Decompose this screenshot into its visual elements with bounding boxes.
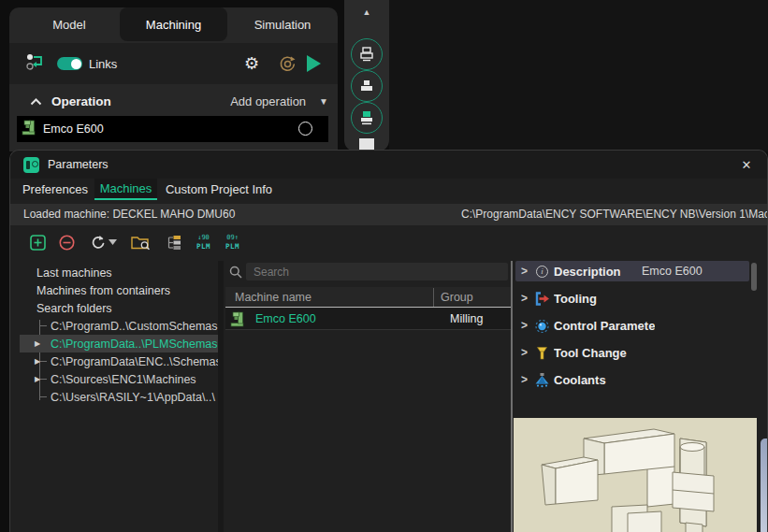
tab-preferences[interactable]: Preferences: [20, 179, 91, 200]
scrollbar-thumb[interactable]: [751, 263, 757, 291]
links-row: Links ⚙: [9, 43, 338, 84]
add-machine-button[interactable]: [30, 229, 46, 255]
operation-radio[interactable]: [298, 122, 312, 136]
remove-machine-button[interactable]: [59, 229, 75, 255]
chevron-right-icon: >: [521, 265, 532, 278]
tab-custom-project-info[interactable]: Custom Project Info: [161, 179, 277, 200]
expand-arrow-icon[interactable]: ▶: [35, 339, 40, 348]
machine-table-row[interactable]: Emco E600 Milling: [225, 309, 511, 330]
section-description[interactable]: > i Description Emco E600: [515, 261, 749, 281]
chevron-up-icon[interactable]: [30, 93, 42, 109]
section-label: Tooling: [554, 292, 597, 306]
dialog-tabs: Preferences Machines Custom Project Info: [10, 179, 767, 200]
section-tooling[interactable]: > Tooling: [515, 288, 749, 309]
section-tool-change[interactable]: > Tool Change: [515, 342, 749, 363]
background-machine-sliver: [761, 439, 768, 532]
parameters-dialog: Parameters ✕ Preferences Machines Custom…: [9, 150, 768, 532]
search-icon: [225, 263, 246, 281]
operation-item-label: Emco E600: [43, 122, 104, 136]
tab-machines[interactable]: Machines: [94, 179, 157, 200]
refresh-caret-icon[interactable]: [109, 229, 117, 255]
section-label: Description: [554, 265, 621, 279]
control-parameters-icon: [534, 318, 550, 334]
folder-enc-schemas[interactable]: C:\ProgramData\ENC..\Schemas: [20, 352, 218, 370]
tab-simulation[interactable]: Simulation: [227, 7, 338, 41]
machine-icon: [230, 311, 244, 327]
tree-view-button[interactable]: [166, 229, 182, 255]
machine-group-cell: Milling: [450, 312, 483, 325]
nav-last-machines[interactable]: Last machines: [20, 264, 218, 281]
loaded-machine-label: Loaded machine: DECKEL MAHO DMU60: [23, 208, 235, 221]
play-icon[interactable]: [307, 55, 321, 72]
plm-download-glyph: ↓90: [197, 235, 210, 241]
plm-upload-glyph: 09↑: [226, 235, 239, 241]
folder-plmschemas[interactable]: C:\ProgramData..\PLMSchemas: [20, 335, 218, 352]
operation-title: Operation: [51, 94, 111, 108]
collapse-up-icon[interactable]: ▲: [344, 7, 389, 17]
search-row: [225, 263, 511, 281]
machine-side-toolbar: ▲: [344, 0, 389, 151]
dialog-title: Parameters: [48, 158, 109, 171]
operation-item-emco[interactable]: Emco E600: [17, 116, 328, 142]
links-icon: [26, 53, 45, 74]
chevron-right-icon: >: [521, 319, 532, 332]
app-root: Model Machining Simulation Links ⚙: [0, 0, 768, 532]
caret-down-icon: ▼: [319, 96, 328, 107]
section-value: Emco E600: [642, 265, 703, 278]
machining-panel: Model Machining Simulation Links ⚙: [9, 7, 338, 151]
viewport-3d: [389, 0, 768, 151]
folder-sources-machines[interactable]: C:\Sources\ENC1\Machines: [20, 370, 218, 388]
search-folder-button[interactable]: [131, 229, 151, 255]
machine-preview-image: [514, 418, 757, 532]
dialog-toolbar: ↓90 PLM 09↑ PLM: [10, 229, 767, 255]
machine-icon: [22, 120, 36, 139]
column-divider[interactable]: [433, 288, 434, 307]
machine-path: C:\ProgramData\ENCY SOFTWARE\ENCY NB\Ver…: [461, 208, 767, 221]
machine-button-2[interactable]: [351, 70, 383, 102]
section-label: Control Paramete: [554, 319, 655, 333]
machine-button-3[interactable]: [351, 102, 383, 134]
section-control-parameters[interactable]: > Control Paramete: [515, 315, 749, 336]
gear-icon[interactable]: ⚙: [237, 43, 267, 84]
plm-caption: PLM: [225, 243, 239, 250]
dialog-titlebar: Parameters ✕: [10, 151, 767, 179]
folder-customschemas[interactable]: C:\ProgramD..\CustomSchemas: [20, 317, 218, 335]
ency-app-icon: [23, 157, 39, 173]
machine-name-cell: Emco E600: [255, 312, 316, 325]
machine-button-1[interactable]: [351, 38, 383, 70]
column-machine-name[interactable]: Machine name: [235, 287, 312, 308]
tool-change-icon: [534, 345, 550, 361]
plm-download-button[interactable]: ↓90 PLM: [196, 229, 210, 255]
links-label: Links: [89, 57, 117, 71]
folder-appdata[interactable]: C:\Users\RASILY~1\AppData\..\: [20, 388, 218, 406]
chevron-right-icon: >: [521, 292, 532, 305]
expand-arrow-icon[interactable]: ▶: [35, 357, 40, 366]
expand-arrow-icon[interactable]: ▶: [35, 375, 40, 383]
nav-machines-from-containers[interactable]: Machines from containers: [20, 281, 218, 299]
chevron-right-icon: >: [521, 346, 532, 359]
tab-machining[interactable]: Machining: [120, 7, 227, 41]
coolants-icon: [534, 372, 550, 388]
column-group[interactable]: Group: [441, 287, 473, 308]
panel-splitter[interactable]: [218, 261, 224, 532]
search-input[interactable]: [246, 263, 508, 280]
panel-splitter[interactable]: [511, 261, 513, 532]
close-icon[interactable]: ✕: [733, 151, 760, 179]
tooling-icon: [534, 291, 550, 307]
add-operation-label: Add operation: [230, 94, 306, 108]
refresh-button[interactable]: [90, 229, 106, 255]
sync-icon[interactable]: [271, 43, 303, 84]
nav-search-folders[interactable]: Search folders: [20, 299, 218, 317]
section-label: Coolants: [554, 373, 606, 387]
plm-upload-button[interactable]: 09↑ PLM: [225, 229, 239, 255]
chevron-right-icon: >: [521, 373, 532, 386]
tab-model[interactable]: Model: [19, 7, 120, 41]
section-coolants[interactable]: > Coolants: [515, 369, 749, 390]
add-operation-button[interactable]: Add operation ▼: [230, 86, 328, 116]
operation-header: Operation Add operation ▼: [9, 86, 338, 116]
links-toggle[interactable]: [57, 57, 82, 70]
toggle-knob: [71, 59, 81, 69]
plm-caption: PLM: [196, 243, 210, 250]
machine-table-header: Machine name Group: [225, 287, 511, 308]
info-icon: i: [534, 264, 550, 280]
